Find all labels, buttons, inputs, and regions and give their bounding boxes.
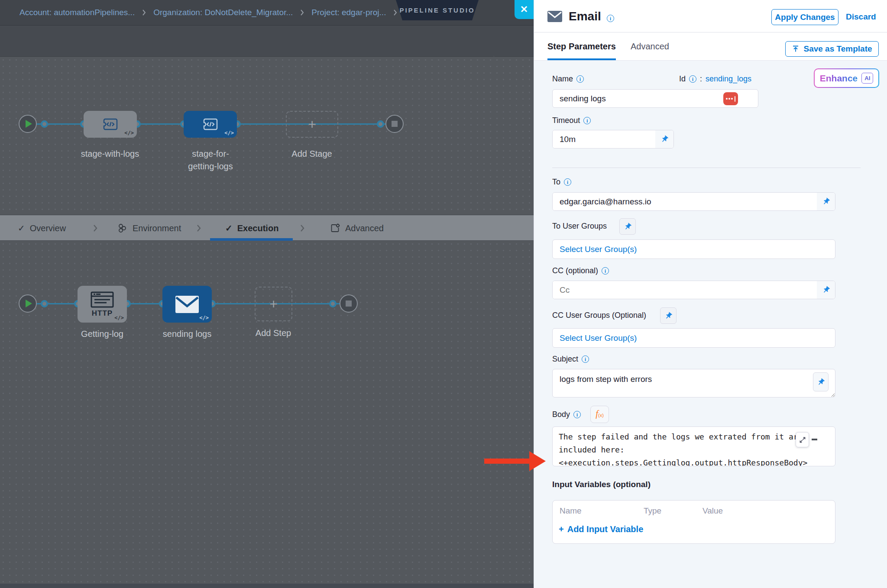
http-step-icon [90,291,114,308]
body-input[interactable] [552,426,835,466]
add-step-label: Add Step [256,327,291,339]
tab-environment[interactable]: Environment [117,215,181,241]
tab-label: Environment [133,223,181,233]
chevron-right-icon [300,9,304,16]
plus-icon: + [269,296,278,312]
step-node-sending-logs[interactable]: </> [162,286,212,323]
expand-icon [799,436,806,443]
stage-label: stage-with-logs [81,148,139,160]
to-user-groups-label: To User Groups [552,222,607,231]
stage-end-node[interactable] [385,115,404,133]
pin-icon [820,284,832,296]
add-input-variable-label: Add Input Variable [567,524,644,534]
timeout-input[interactable] [553,130,655,148]
add-input-variable-button[interactable]: + Add Input Variable [559,524,643,534]
grammarly-icon[interactable] [723,92,738,105]
input-variables-table: Name Type Value + Add Input Variable [552,500,835,544]
chevron-right-icon [196,223,202,233]
check-icon: ✓ [18,223,25,233]
ai-badge: AI [861,73,873,84]
info-icon[interactable]: i [607,15,614,22]
step-label: Getting-log [81,328,123,340]
pin-icon [659,133,670,145]
info-icon[interactable]: i [583,117,591,124]
save-as-template-button[interactable]: Save as Template [785,41,879,57]
info-icon[interactable]: i [582,355,589,363]
scrollbar-thumb[interactable] [812,439,817,440]
name-label: Namei [552,74,584,84]
close-icon: ✕ [520,4,528,15]
code-badge: </> [114,315,124,321]
tab-label: Advanced [345,223,384,233]
close-drawer-button[interactable]: ✕ [515,0,534,19]
step-end-node[interactable] [340,294,358,313]
tab-execution[interactable]: ✓ Execution [225,215,278,241]
tab-advanced[interactable]: Advanced [631,32,669,60]
info-icon[interactable]: i [564,178,571,186]
stage-canvas: </> </> + stage-with-logs stage-for- get… [0,57,534,215]
check-icon: ✓ [225,223,233,233]
to-pin-button[interactable] [817,193,835,210]
to-label: Toi [552,178,571,187]
column-type: Type [644,506,661,516]
apply-changes-button[interactable]: Apply Changes [771,9,838,25]
cc-input[interactable] [553,281,817,299]
pipeline-title-bar: getting-log-from-step VISUAL YAML [0,26,534,57]
stage-node-stage-for-getting-logs[interactable]: </> [184,111,237,138]
email-step-drawer: Email i Apply Changes Discard Step Param… [534,0,887,588]
add-step-button[interactable]: + [255,287,292,321]
subject-pin-button[interactable] [813,372,829,391]
chevron-right-icon [393,9,398,16]
play-icon [26,120,32,128]
to-input[interactable] [553,193,817,210]
custom-stage-icon [202,117,219,132]
tab-overview[interactable]: ✓ Overview [18,215,66,241]
bottom-strip [0,584,534,588]
discard-button[interactable]: Discard [846,12,876,22]
info-icon[interactable]: i [602,267,609,275]
connector-dot [41,300,48,307]
stage-label: stage-for- getting-logs [188,148,233,173]
chevron-right-icon [299,223,305,233]
tab-advanced[interactable]: Advanced [330,215,384,241]
info-icon[interactable]: i [576,75,584,83]
breadcrumb-organization[interactable]: Organization: DoNotDelete_Migrator... [153,8,293,17]
add-stage-button[interactable]: + [286,111,338,138]
annotation-arrow [484,450,546,472]
to-user-groups-pin-button[interactable] [619,218,636,235]
connector-dot [329,300,337,307]
expression-fx-button[interactable]: f(x) [590,406,609,423]
stage-start-node[interactable] [19,115,37,133]
step-node-getting-log[interactable]: HTTP </> [78,286,127,323]
id-value: sending_logs [706,74,751,84]
step-start-node[interactable] [19,294,37,313]
info-icon[interactable]: i [573,411,581,418]
cc-label: CC (optional)i [552,266,609,275]
code-badge: </> [199,315,209,321]
breadcrumb-project[interactable]: Project: edgar-proj... [311,8,386,17]
column-name: Name [560,506,582,516]
enhance-ai-button[interactable]: Enhance AI [814,68,879,88]
expand-editor-button[interactable] [796,432,809,447]
cc-pin-button[interactable] [817,281,835,299]
cc-user-groups-pin-button[interactable] [660,307,677,324]
cc-user-groups-label: CC User Groups (Optional) [552,311,646,320]
timeout-pin-button[interactable] [655,130,673,148]
tab-step-parameters[interactable]: Step Parameters [547,32,616,60]
to-user-groups-select[interactable]: Select User Group(s) [552,239,835,259]
subject-input[interactable] [552,369,835,397]
step-parameters-form: Namei Id i : sending_logs Enhance AI Tim… [534,61,887,588]
subject-label: Subjecti [552,355,589,364]
pipeline-studio-dimmed: Account: automationPipelines... Organiza… [0,0,534,588]
connector-dot [41,120,48,128]
stage-node-stage-with-logs[interactable]: </> [84,111,137,138]
code-badge: </> [124,130,134,136]
breadcrumb-account[interactable]: Account: automationPipelines... [19,8,135,17]
plus-icon: + [559,524,564,534]
pin-icon [820,196,832,207]
info-icon[interactable]: i [689,75,696,83]
pipeline-studio-badge: PIPELINE STUDIO [396,0,479,20]
timeout-input-group [552,130,674,149]
cc-user-groups-select[interactable]: Select User Group(s) [552,328,835,348]
drawer-tab-bar: Step Parameters Advanced Save as Templat… [534,32,887,61]
